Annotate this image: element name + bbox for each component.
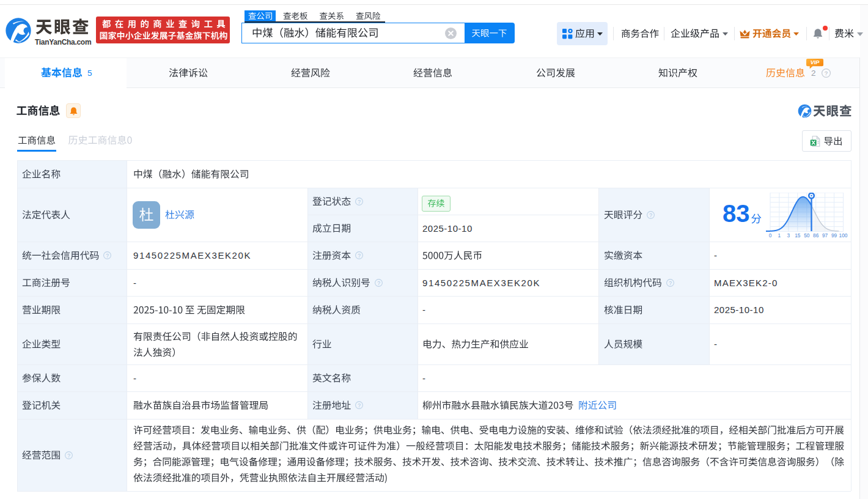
svg-text:?: ?	[358, 198, 361, 204]
svg-text:VIP: VIP	[811, 59, 820, 65]
svg-text:0: 0	[769, 232, 772, 238]
svg-text:?: ?	[825, 69, 828, 76]
svg-text:?: ?	[377, 279, 380, 286]
svg-text:?: ?	[669, 279, 672, 286]
svg-text:15: 15	[795, 232, 801, 238]
svg-text:86: 86	[813, 232, 819, 238]
svg-text:100: 100	[839, 232, 848, 238]
svg-text:50: 50	[804, 232, 810, 238]
svg-text:?: ?	[649, 212, 652, 218]
svg-text:?: ?	[358, 402, 361, 408]
svg-text:97: 97	[822, 232, 828, 238]
svg-text:?: ?	[67, 452, 70, 458]
svg-text:3: 3	[787, 232, 790, 238]
svg-text:?: ?	[358, 253, 361, 259]
svg-text:99: 99	[831, 232, 837, 238]
svg-text:?: ?	[106, 253, 109, 259]
svg-text:1: 1	[778, 232, 781, 238]
